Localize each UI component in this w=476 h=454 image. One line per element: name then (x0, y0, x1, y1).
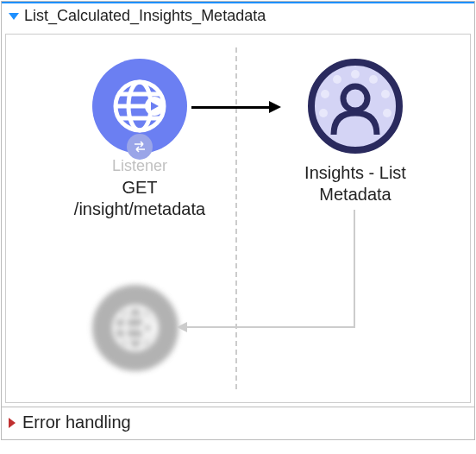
svg-point-13 (343, 86, 367, 110)
svg-point-12 (319, 109, 328, 117)
insights-node[interactable]: Insights - List Metadata (282, 59, 429, 205)
connector-vertical (354, 210, 355, 328)
listener-node[interactable]: Listener GET /insight/metadata (71, 59, 209, 220)
svg-point-8 (381, 90, 390, 98)
chevron-down-icon (9, 13, 19, 20)
listener-label: Listener (71, 157, 209, 175)
panel-header[interactable]: List_Calculated_Insights_Metadata (2, 2, 474, 30)
svg-point-6 (351, 70, 360, 79)
scope-divider (235, 47, 237, 389)
chevron-right-icon (9, 418, 16, 428)
flow-panel: List_Calculated_Insights_Metadata (1, 1, 475, 440)
globe-return-icon (92, 285, 178, 371)
listener-sublabel: GET /insight/metadata (71, 177, 209, 220)
connector-arrow-icon (177, 322, 187, 332)
exchange-icon (127, 134, 153, 160)
connector-horizontal (187, 326, 355, 328)
arrow-head-icon (269, 101, 281, 113)
svg-point-9 (383, 109, 391, 117)
panel-title: List_Calculated_Insights_Metadata (24, 7, 266, 25)
insights-sublabel: Insights - List Metadata (282, 162, 429, 205)
svg-point-11 (321, 90, 329, 98)
error-section-header[interactable]: Error handling (2, 407, 474, 439)
error-label: Error handling (22, 413, 131, 432)
flow-canvas[interactable]: Listener GET /insight/metadata (5, 34, 471, 403)
svg-point-10 (333, 75, 341, 84)
person-icon (308, 59, 403, 154)
arrow-connector (191, 106, 269, 109)
response-node[interactable] (84, 285, 187, 371)
svg-point-7 (369, 75, 378, 84)
globe-icon (92, 59, 187, 154)
